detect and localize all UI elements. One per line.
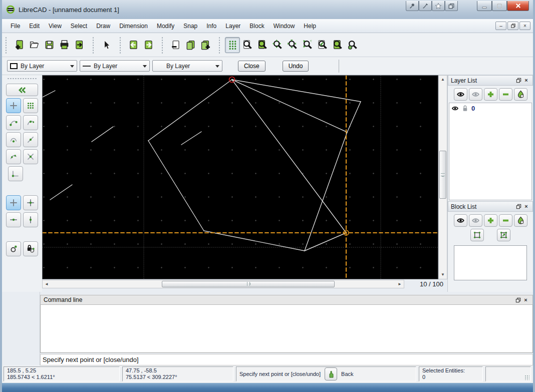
menu-info[interactable]: Info [202, 21, 221, 32]
layer-lock-icon[interactable] [461, 105, 469, 112]
menu-help[interactable]: Help [299, 21, 321, 32]
undo-button[interactable] [126, 37, 141, 53]
dock-handle[interactable] [7, 78, 37, 80]
cut-button[interactable] [168, 37, 183, 53]
float-panel-icon[interactable] [514, 296, 522, 303]
menu-window[interactable]: Window [269, 21, 300, 32]
switch-window-button[interactable] [445, 1, 458, 11]
layer-row[interactable]: 0 [449, 103, 531, 114]
snap-on-entity-button[interactable] [23, 115, 38, 130]
mdi-restore-button[interactable] [507, 22, 518, 30]
close-panel-icon[interactable]: × [522, 203, 530, 210]
toolbar-handle[interactable] [218, 37, 220, 54]
menu-block[interactable]: Block [245, 21, 269, 32]
favorite-button[interactable] [432, 1, 445, 11]
float-panel-icon[interactable] [515, 77, 522, 84]
zoom-page-button[interactable] [330, 37, 345, 53]
grid-toggle-button[interactable] [225, 37, 240, 53]
zoom-in-button[interactable] [270, 37, 285, 53]
drawing-canvas[interactable] [42, 75, 438, 279]
menu-view[interactable]: View [44, 21, 66, 32]
create-block-block-button[interactable] [470, 229, 484, 241]
insert-block-block-button[interactable] [497, 229, 510, 241]
menu-file[interactable]: File [6, 21, 25, 32]
pen-style-combo[interactable]: By Layer [152, 60, 222, 72]
scroll-right-arrow[interactable]: ► [396, 280, 404, 288]
pin-button[interactable] [406, 1, 419, 11]
vertical-scroll-thumb[interactable] [439, 151, 446, 199]
toolbar-handle[interactable] [5, 37, 7, 54]
snap-endpoint-button[interactable] [6, 115, 21, 130]
resize-grip[interactable] [524, 375, 529, 380]
show-all-layer-button[interactable] [454, 88, 467, 101]
snip-button[interactable] [419, 1, 432, 11]
edit-layer-button[interactable] [514, 88, 527, 101]
scroll-left-arrow[interactable]: ◄ [43, 280, 51, 288]
edit-block-button[interactable] [514, 214, 527, 227]
pen-color-combo[interactable]: By Layer [7, 60, 77, 72]
block-list-titlebar[interactable]: Block List × [448, 201, 533, 212]
toolbar-handle[interactable] [92, 37, 94, 54]
print-preview-button[interactable] [72, 37, 87, 53]
remove-layer-button[interactable] [499, 88, 512, 101]
zoom-out-button[interactable] [285, 37, 300, 53]
menu-snap[interactable]: Snap [179, 21, 202, 32]
snap-center-button[interactable] [6, 132, 21, 147]
new-document-button[interactable] [12, 37, 27, 53]
scroll-up-arrow[interactable]: ▲ [439, 76, 447, 84]
hand-back-button[interactable] [325, 367, 337, 380]
menu-edit[interactable]: Edit [25, 21, 44, 32]
titlebar[interactable]: LibreCAD - [unnamed document 1] [2, 0, 533, 19]
toolbar-handle[interactable] [161, 37, 163, 54]
polyline-close-button[interactable]: Close [238, 61, 265, 72]
close-panel-icon[interactable]: × [522, 77, 530, 84]
menu-dimension[interactable]: Dimension [115, 21, 152, 32]
redo-button[interactable] [141, 37, 156, 53]
zoom-pan-button[interactable] [345, 37, 360, 53]
lock-relative-zero-button[interactable] [23, 241, 38, 256]
menu-draw[interactable]: Draw [92, 21, 115, 32]
horizontal-scroll-thumb[interactable] [162, 281, 335, 287]
block-list[interactable] [454, 245, 527, 280]
restrict-vertical-button[interactable] [23, 212, 38, 227]
select-pointer-button[interactable] [99, 37, 114, 53]
scroll-down-arrow[interactable]: ▼ [439, 271, 447, 279]
vertical-scrollbar[interactable]: ▲ ▼ [438, 75, 447, 279]
show-all-block-button[interactable] [454, 214, 467, 227]
polyline-undo-button[interactable]: Undo [283, 61, 309, 72]
open-document-button[interactable] [27, 37, 42, 53]
close-panel-icon[interactable]: × [522, 296, 529, 303]
maximize-button[interactable] [492, 1, 507, 11]
mdi-minimize-button[interactable]: – [495, 22, 506, 30]
restrict-nothing-button[interactable] [6, 195, 21, 210]
paste-button[interactable] [198, 37, 213, 53]
minimize-button[interactable] [477, 1, 492, 11]
layer-list[interactable]: 0 [449, 103, 532, 200]
restrict-orthogonal-button[interactable] [8, 166, 23, 181]
command-history[interactable] [40, 305, 533, 353]
back-button[interactable] [6, 84, 38, 96]
snap-grid-button[interactable] [23, 98, 38, 113]
zoom-view-button[interactable] [240, 37, 255, 53]
hide-all-layer-button[interactable] [469, 88, 482, 101]
zoom-previous-button[interactable] [315, 37, 330, 53]
save-document-button[interactable] [42, 37, 57, 53]
set-relative-zero-button[interactable] [6, 241, 21, 256]
menu-select[interactable]: Select [66, 21, 92, 32]
pen-width-combo[interactable]: By Layer [80, 60, 150, 72]
add-layer-button[interactable] [484, 88, 497, 101]
mdi-close-button[interactable]: × [519, 22, 530, 30]
snap-free-button[interactable] [6, 98, 21, 113]
snap-distance-button[interactable] [6, 149, 21, 164]
close-button[interactable] [507, 1, 529, 11]
snap-middle-button[interactable] [23, 132, 38, 147]
menu-layer[interactable]: Layer [221, 21, 245, 32]
zoom-window-button[interactable] [255, 37, 270, 53]
command-line-titlebar[interactable]: Command line × [40, 295, 533, 305]
horizontal-scrollbar[interactable]: ◄ ► [42, 280, 404, 288]
menu-modify[interactable]: Modify [152, 21, 179, 32]
snap-intersection-button[interactable] [23, 149, 38, 164]
copy-button[interactable] [183, 37, 198, 53]
float-panel-icon[interactable] [515, 203, 522, 210]
add-block-button[interactable] [484, 214, 497, 227]
